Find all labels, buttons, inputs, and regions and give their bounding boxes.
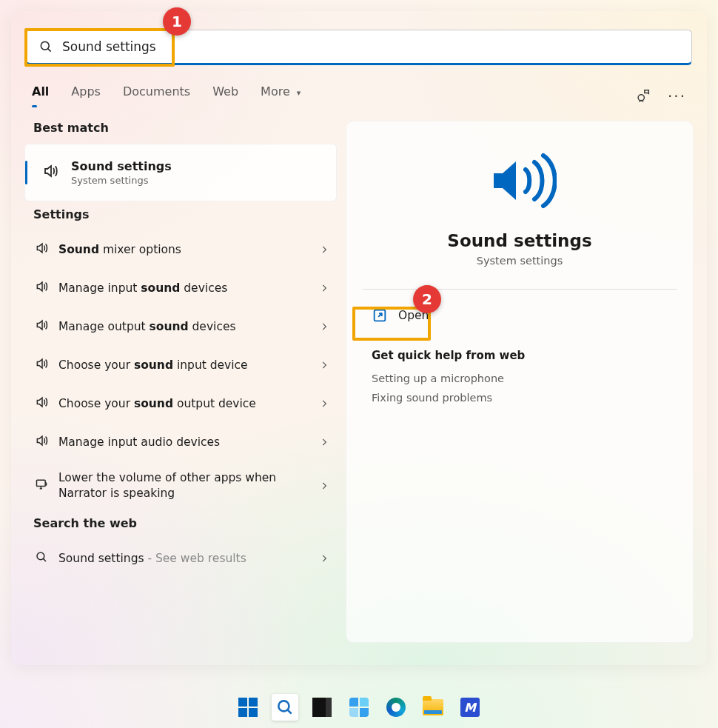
speaker-icon <box>41 162 61 183</box>
taskbar-start-button[interactable] <box>235 694 261 721</box>
monitor-speaker-icon <box>35 477 58 495</box>
settings-item[interactable]: Manage input sound devices <box>24 269 337 307</box>
preview-subtitle: System settings <box>363 255 677 267</box>
results-left: Best match Sound settings System setting… <box>24 121 343 643</box>
chevron-right-icon <box>319 283 329 293</box>
results-columns: Best match Sound settings System setting… <box>11 107 707 643</box>
chevron-right-icon <box>319 360 329 370</box>
taskbar-widgets-button[interactable] <box>346 694 372 721</box>
chevron-right-icon <box>319 553 329 564</box>
taskbar-explorer-button[interactable] <box>420 694 446 721</box>
chevron-right-icon <box>319 244 329 255</box>
help-link[interactable]: Setting up a microphone <box>372 373 677 384</box>
chevron-right-icon <box>319 481 329 491</box>
search-icon <box>275 698 295 717</box>
settings-item-label: Manage input audio devices <box>58 435 319 450</box>
speaker-icon <box>35 279 58 297</box>
open-label: Open <box>398 309 429 322</box>
best-match-title: Sound settings <box>71 159 172 173</box>
open-external-icon <box>372 307 388 324</box>
settings-item[interactable]: Manage input audio devices <box>24 423 337 461</box>
divider <box>363 289 677 290</box>
tab-all[interactable]: All <box>32 84 49 107</box>
search-panel: All Apps Documents Web More ▾ ··· Best m… <box>11 11 707 665</box>
settings-item[interactable]: Lower the volume of other apps when Narr… <box>24 461 337 510</box>
chevron-down-icon: ▾ <box>297 88 301 98</box>
widgets-icon <box>349 698 369 717</box>
svg-rect-3 <box>37 480 46 486</box>
settings-item-label: Choose your sound input device <box>58 358 319 373</box>
best-match-heading: Best match <box>33 121 337 135</box>
svg-point-0 <box>41 41 49 50</box>
settings-item-label: Manage input sound devices <box>58 281 319 296</box>
settings-item[interactable]: Choose your sound input device <box>24 346 337 384</box>
taskbar: M <box>0 687 718 728</box>
chat-icon[interactable] <box>635 88 651 104</box>
svg-line-1 <box>48 49 51 52</box>
windows-logo-icon <box>238 698 258 717</box>
svg-line-8 <box>287 709 291 713</box>
search-icon <box>35 550 58 567</box>
tabs-row: All Apps Documents Web More ▾ ··· <box>11 65 707 107</box>
chevron-right-icon <box>319 437 329 447</box>
web-result-label: Sound settings - See web results <box>58 551 319 567</box>
svg-point-7 <box>278 701 289 711</box>
settings-item[interactable]: Manage output sound devices <box>24 307 337 346</box>
taskbar-taskview-button[interactable] <box>309 694 335 721</box>
help-link[interactable]: Fixing sound problems <box>372 392 677 404</box>
preview-speaker-icon <box>363 151 677 210</box>
speaker-icon <box>35 356 58 374</box>
chevron-right-icon <box>319 398 329 409</box>
chevron-right-icon <box>319 321 329 332</box>
taskbar-edge-button[interactable] <box>383 694 409 721</box>
search-input[interactable] <box>62 39 680 54</box>
filter-tabs: All Apps Documents Web More ▾ <box>32 84 301 107</box>
best-match-result[interactable]: Sound settings System settings <box>24 144 337 201</box>
search-icon <box>38 39 53 54</box>
folder-icon <box>423 699 443 715</box>
best-match-text: Sound settings System settings <box>71 159 172 186</box>
settings-item-label: Sound mixer options <box>58 242 319 258</box>
settings-heading: Settings <box>33 207 337 221</box>
speaker-icon <box>35 318 58 335</box>
web-result-item[interactable]: Sound settings - See web results <box>24 539 337 578</box>
speaker-icon <box>35 395 58 413</box>
preview-title: Sound settings <box>363 231 677 250</box>
speaker-icon <box>35 241 58 258</box>
settings-item[interactable]: Sound mixer options <box>24 230 337 269</box>
open-button[interactable]: Open <box>369 303 436 328</box>
tab-more-label: More <box>261 84 290 98</box>
best-match-subtitle: System settings <box>71 175 172 186</box>
tab-web[interactable]: Web <box>212 84 238 107</box>
tab-documents[interactable]: Documents <box>123 84 190 107</box>
help-heading: Get quick help from web <box>372 349 677 362</box>
more-options-icon[interactable]: ··· <box>668 87 686 105</box>
settings-item[interactable]: Choose your sound output device <box>24 384 337 423</box>
svg-line-5 <box>43 558 46 561</box>
edge-icon <box>386 698 406 717</box>
tab-more[interactable]: More ▾ <box>261 84 301 107</box>
settings-item-label: Choose your sound output device <box>58 396 319 412</box>
taskview-icon <box>312 698 332 717</box>
search-box[interactable] <box>26 30 692 65</box>
taskbar-search-button[interactable] <box>272 694 298 721</box>
header-actions: ··· <box>635 87 686 105</box>
search-row <box>11 11 707 65</box>
preview-pane: Sound settings System settings Open Get … <box>346 121 694 643</box>
svg-point-4 <box>37 552 44 560</box>
app-icon: M <box>460 698 480 717</box>
tab-apps[interactable]: Apps <box>71 84 101 107</box>
svg-point-2 <box>638 94 644 100</box>
speaker-icon <box>35 433 58 451</box>
settings-item-label: Manage output sound devices <box>58 319 319 335</box>
search-web-heading: Search the web <box>33 516 337 530</box>
settings-item-label: Lower the volume of other apps when Narr… <box>58 470 319 501</box>
taskbar-app-button[interactable]: M <box>457 694 483 721</box>
